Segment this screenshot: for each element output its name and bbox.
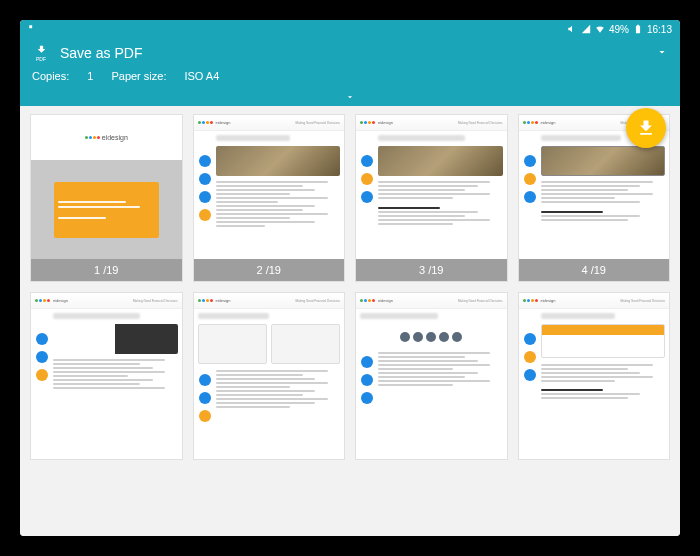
page-thumbnail-5[interactable]: eidesign Making Good Financial Decisions (30, 292, 183, 460)
slide-text (53, 313, 178, 455)
expand-options-toggle[interactable] (32, 92, 668, 106)
bullet-icons (360, 135, 374, 255)
cover-title-card (54, 182, 159, 238)
slide-header: eidesign Making Good Financial Decisions (519, 293, 670, 309)
eidesign-logo-icon (360, 121, 375, 124)
copies-value[interactable]: 1 (87, 70, 93, 82)
status-bar: 49% 16:13 (20, 20, 680, 38)
speaker-icon (567, 24, 577, 34)
eidesign-logo-icon (198, 299, 213, 302)
cover-content: eidesign (31, 115, 182, 259)
pdf-icon: PDF (32, 44, 50, 62)
bullet-icons (35, 313, 49, 455)
bullet-icons (523, 135, 537, 255)
page-thumbnail-grid: eidesign 1 /19 (30, 114, 670, 460)
eidesign-logo-icon (85, 136, 100, 139)
signal-icon (581, 24, 591, 34)
eidesign-logo-icon (198, 121, 213, 124)
papersize-value[interactable]: ISO A4 (184, 70, 219, 82)
slide-header: eidesign Making Good Financial Decisions (31, 293, 182, 309)
chevron-down-icon (342, 92, 358, 102)
brand-text: eidesign (102, 134, 128, 141)
battery-icon (633, 24, 643, 34)
preview-area: eidesign 1 /19 (20, 106, 680, 536)
page-thumbnail-6[interactable]: eidesign Making Good Financial Decisions (193, 292, 346, 460)
battery-text: 49% (609, 24, 629, 35)
destination-title[interactable]: Save as PDF (60, 45, 142, 61)
slide-text (378, 135, 503, 255)
print-header: PDF Save as PDF Copies: 1 Paper size: IS… (20, 38, 680, 106)
eidesign-logo-icon (523, 121, 538, 124)
eidesign-logo-icon (35, 299, 50, 302)
device-frame: 49% 16:13 PDF Save as PDF Copies: 1 Pape… (20, 20, 680, 536)
page-thumbnail-3[interactable]: eidesign Making Good Financial Decisions (355, 114, 508, 282)
clock-text: 16:13 (647, 24, 672, 35)
slide-text (541, 313, 666, 455)
save-pdf-fab[interactable] (626, 108, 666, 148)
slide-text (541, 135, 666, 255)
notification-icon (28, 24, 38, 34)
page-thumbnail-8[interactable]: eidesign Making Good Financial Decisions (518, 292, 671, 460)
slide-header: eidesign Making Good Financial Decisions (356, 293, 507, 309)
page-thumbnail-7[interactable]: eidesign Making Good Financial Decisions (355, 292, 508, 460)
papersize-label: Paper size: (111, 70, 166, 82)
slide-text (360, 313, 503, 455)
bullet-icons (523, 313, 537, 455)
page-indicator: 4 /19 (519, 259, 670, 281)
page-thumbnail-2[interactable]: eidesign Making Good Financial Decisions (193, 114, 346, 282)
slide-text (198, 313, 341, 455)
wifi-icon (595, 24, 605, 34)
destination-dropdown-icon[interactable] (656, 44, 668, 62)
bullet-icons (198, 135, 212, 255)
pdf-download-icon (636, 118, 656, 138)
page-thumbnail-1[interactable]: eidesign 1 /19 (30, 114, 183, 282)
page-indicator: 1 /19 (31, 259, 182, 281)
eidesign-logo-icon (523, 299, 538, 302)
slide-header: eidesign Making Good Financial Decisions (194, 293, 345, 309)
step-circles (360, 324, 503, 350)
copies-label: Copies: (32, 70, 69, 82)
slide-header: eidesign Making Good Financial Decisions (194, 115, 345, 131)
page-indicator: 2 /19 (194, 259, 345, 281)
eidesign-logo-icon (360, 299, 375, 302)
page-indicator: 3 /19 (356, 259, 507, 281)
slide-text (216, 135, 341, 255)
slide-header: eidesign Making Good Financial Decisions (356, 115, 507, 131)
